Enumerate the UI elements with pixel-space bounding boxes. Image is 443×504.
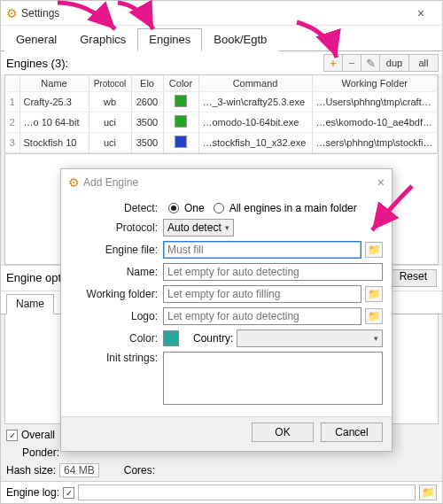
tab-engines[interactable]: Engines [137, 28, 202, 51]
engines-count-label: Engines (3): [4, 57, 68, 70]
overall-label: Overall [21, 429, 55, 441]
detect-label: Detect: [70, 202, 163, 214]
logo-label: Logo: [70, 310, 163, 322]
country-select[interactable]: ▾ [237, 330, 383, 347]
gear-icon: ⚙ [68, 175, 80, 190]
name-input[interactable] [163, 263, 383, 281]
table-row[interactable]: 2…o 10 64-bituci3500…omodo-10-64bit.exe…… [5, 112, 438, 133]
engine-options-label: Engine opt [6, 271, 61, 284]
engine-log-checkbox[interactable]: ✓ [63, 487, 74, 499]
color-label: Color: [70, 332, 163, 345]
init-strings-textarea[interactable] [163, 352, 383, 405]
edit-engine-button[interactable]: ✎ [361, 54, 380, 72]
working-folder-input[interactable] [163, 285, 361, 303]
table-row[interactable]: 3Stockfish 10uci3500…stockfish_10_x32.ex… [5, 133, 438, 153]
gear-icon: ⚙ [6, 6, 18, 20]
name-label: Name: [70, 266, 163, 278]
init-strings-label: Init strings: [70, 352, 163, 364]
detect-one-label: One [184, 202, 205, 214]
remove-engine-button[interactable]: − [342, 54, 361, 72]
tab-name[interactable]: Name [6, 294, 54, 314]
dialog-title: Add Engine [83, 176, 138, 189]
logo-input[interactable] [163, 307, 361, 325]
main-tabs: General Graphics Engines Book/Egtb [1, 26, 442, 51]
hash-label: Hash size: [6, 464, 56, 477]
add-engine-dialog: ⚙ Add Engine × Detect: One All engines i… [60, 168, 392, 452]
tab-general[interactable]: General [4, 28, 68, 51]
engines-toolbar: Engines (3): + − ✎ dup all [1, 51, 442, 74]
reset-button[interactable]: Reset [390, 269, 437, 287]
overall-checkbox[interactable]: ✓ [6, 430, 18, 441]
table-row[interactable]: 1Crafty-25.3wb2600…_3-win\crafty25.3.exe… [5, 92, 438, 112]
engine-log-path-input[interactable] [78, 485, 416, 500]
all-engines-button[interactable]: all [408, 54, 439, 72]
engines-table: Name Protocol Elo Color Command Working … [4, 74, 439, 154]
cores-label: Cores: [124, 464, 155, 477]
working-folder-label: Working folder: [70, 288, 163, 300]
titlebar: ⚙ Settings × [1, 1, 442, 26]
add-engine-button[interactable]: + [323, 54, 343, 72]
dup-engine-button[interactable]: dup [379, 54, 409, 72]
chevron-down-icon: ▾ [225, 223, 229, 232]
engine-file-input[interactable] [163, 241, 361, 259]
close-icon[interactable]: × [403, 6, 439, 20]
tab-book-egtb[interactable]: Book/Egtb [202, 28, 278, 51]
engine-file-browse-button[interactable]: 📁 [365, 242, 383, 258]
working-folder-browse-button[interactable]: 📁 [365, 286, 383, 302]
protocol-select[interactable]: Auto detect▾ [163, 219, 234, 236]
detect-all-radio[interactable] [214, 203, 224, 213]
window-title: Settings [21, 7, 59, 19]
table-header-row: Name Protocol Elo Color Command Working … [5, 75, 438, 92]
protocol-label: Protocol: [70, 221, 163, 234]
tab-graphics[interactable]: Graphics [68, 28, 137, 51]
ponder-label: Ponder: [22, 446, 59, 459]
dialog-titlebar: ⚙ Add Engine × [61, 169, 392, 196]
ok-button[interactable]: OK [252, 423, 314, 442]
detect-all-label: All engines in a main folder [229, 202, 357, 214]
country-label: Country: [193, 332, 233, 345]
logo-browse-button[interactable]: 📁 [365, 308, 383, 324]
engine-log-label: Engine log: [6, 486, 59, 499]
detect-one-radio[interactable] [168, 203, 179, 213]
engine-log-row: Engine log: ✓ 📁 [1, 481, 442, 503]
cancel-button[interactable]: Cancel [321, 423, 383, 442]
color-swatch[interactable] [163, 330, 179, 346]
engine-file-label: Engine file: [70, 244, 163, 256]
dialog-close-icon[interactable]: × [377, 175, 385, 190]
hash-value: 64 MB [59, 463, 99, 477]
engine-log-browse-button[interactable]: 📁 [419, 485, 437, 500]
chevron-down-icon: ▾ [374, 334, 378, 343]
